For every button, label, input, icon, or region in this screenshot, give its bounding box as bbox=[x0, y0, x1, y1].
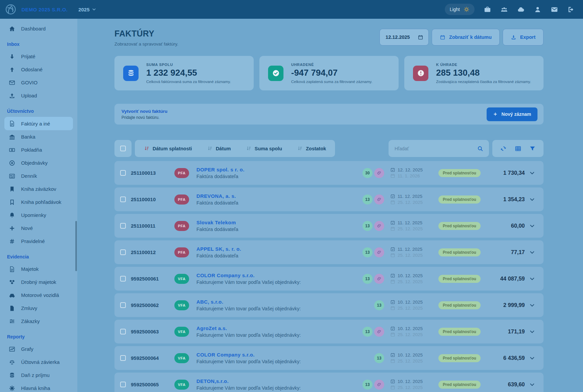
invoice-description: Faktúra dodávateľa bbox=[196, 174, 360, 179]
sidebar-item-motorove-vozidla[interactable]: Motorové vozidlá bbox=[0, 289, 77, 302]
date-input[interactable] bbox=[385, 34, 414, 40]
expand-row-button[interactable] bbox=[525, 250, 539, 255]
company-link[interactable]: Slovak Telekom bbox=[196, 220, 236, 225]
company-link[interactable]: DOPER spol. s r. o. bbox=[196, 167, 244, 172]
expand-row-button[interactable] bbox=[525, 223, 539, 229]
invoice-row[interactable]: 251100010 PFA DREVONA, a. s. Faktúra dod… bbox=[114, 187, 544, 211]
sidebar-scrollbar[interactable] bbox=[75, 221, 77, 271]
row-checkbox[interactable] bbox=[120, 223, 126, 229]
sidebar-item-objednavky[interactable]: Objednávky bbox=[0, 156, 77, 169]
paperclip-icon[interactable] bbox=[374, 380, 384, 390]
sidebar-item-pokladna[interactable]: Pokladňa bbox=[0, 143, 77, 156]
sort-datum-splatnosti[interactable]: Dátum splatnosti bbox=[144, 146, 192, 151]
users-icon[interactable] bbox=[500, 6, 508, 13]
sidebar-item-nove[interactable]: Nové bbox=[0, 222, 77, 235]
expand-row-button[interactable] bbox=[525, 329, 539, 334]
sort-datum[interactable]: Dátum bbox=[207, 146, 231, 151]
invoice-row[interactable]: 9592500065 VFA DETON,s.r.o. Fakturujeme … bbox=[114, 373, 544, 392]
paperclip-icon[interactable] bbox=[374, 194, 384, 205]
sidebar-item-dan-z-prijmu[interactable]: Daň z príjmu bbox=[0, 369, 77, 382]
sidebar-item-upomienky[interactable]: Upomienky bbox=[0, 209, 77, 222]
invoice-amount: 1 730,34 bbox=[488, 170, 525, 176]
sidebar-item-dashboard[interactable]: Dashboard bbox=[0, 22, 77, 35]
row-checkbox[interactable] bbox=[120, 329, 126, 334]
invoice-row[interactable]: 9592500061 VFA COLOR Company s.r.o. Fakt… bbox=[114, 267, 544, 291]
year-selector[interactable]: 2025 bbox=[78, 7, 96, 12]
gear-icon bbox=[9, 385, 15, 392]
theme-toggle[interactable]: Light bbox=[445, 4, 475, 15]
sidebar-item-zakazky[interactable]: Zákazky bbox=[0, 315, 77, 328]
sidebar-item-faktury-a-ine[interactable]: Faktúry a iné bbox=[4, 117, 73, 130]
row-checkbox[interactable] bbox=[120, 355, 126, 361]
sidebar-item-majetok[interactable]: Majetok bbox=[0, 262, 77, 276]
company-link[interactable]: COLOR Company s.r.o. bbox=[196, 352, 255, 358]
sign-out-icon[interactable] bbox=[567, 6, 575, 13]
new-record-button[interactable]: Nový záznam bbox=[487, 107, 537, 121]
expand-row-button[interactable] bbox=[525, 276, 539, 282]
sidebar-item-prijate[interactable]: Prijaté bbox=[0, 50, 77, 63]
summary-card-suma-spolu: SUMA SPOLU 1 232 924,55 Celková faktúrov… bbox=[114, 56, 254, 90]
show-by-date-button[interactable]: Zobraziť k dátumu bbox=[432, 29, 500, 46]
sidebar-item-banka[interactable]: Banka bbox=[0, 130, 77, 143]
row-checkbox[interactable] bbox=[120, 249, 126, 255]
row-checkbox[interactable] bbox=[120, 197, 126, 202]
cloud-icon[interactable] bbox=[517, 6, 525, 13]
expand-row-button[interactable] bbox=[525, 170, 539, 176]
expand-row-button[interactable] bbox=[525, 382, 539, 387]
sidebar-item-kniha-pohladavok[interactable]: Kniha pohľadávok bbox=[0, 195, 77, 209]
sort-suma-spolu[interactable]: Suma spolu bbox=[246, 146, 282, 151]
company-link[interactable]: DREVONA, a. s. bbox=[196, 193, 236, 199]
company-link[interactable]: AgroZet a.s. bbox=[196, 325, 227, 331]
refresh-icon[interactable] bbox=[500, 145, 507, 152]
mail-icon[interactable] bbox=[551, 6, 558, 13]
sidebar-item-uctovna-zavierka[interactable]: Účtovná závierka bbox=[0, 356, 77, 369]
arrow-up-icon bbox=[9, 66, 15, 73]
invoice-row[interactable]: 251100011 PFA Slovak Telekom Faktúra dod… bbox=[114, 214, 544, 238]
sidebar-item-grafy[interactable]: Grafy bbox=[0, 342, 77, 356]
chevron-down-icon bbox=[92, 7, 96, 11]
table-grid-icon[interactable] bbox=[515, 145, 521, 152]
paperclip-icon[interactable] bbox=[374, 168, 384, 178]
user-icon[interactable] bbox=[534, 6, 542, 13]
paperclip-icon[interactable] bbox=[374, 221, 384, 231]
search-icon[interactable] bbox=[477, 145, 484, 152]
invoice-row[interactable]: 9592500064 VFA COLOR Company s.r.o. Fakt… bbox=[114, 346, 544, 370]
sidebar-item-upload[interactable]: Upload bbox=[0, 89, 77, 102]
sort-zostatok[interactable]: Zostatok bbox=[297, 146, 326, 151]
sidebar-item-zmluvy[interactable]: Zmluvy bbox=[0, 302, 77, 315]
search-input[interactable] bbox=[394, 146, 474, 152]
export-button[interactable]: Export bbox=[503, 29, 544, 46]
company-link[interactable]: COLOR Company s.r.o. bbox=[196, 272, 255, 278]
row-checkbox[interactable] bbox=[120, 302, 126, 308]
sidebar-item-govio[interactable]: GOVIO bbox=[0, 76, 77, 89]
invoice-row[interactable]: 9592500062 VFA ABC, s.r.o. Fakturujeme V… bbox=[114, 293, 544, 317]
expand-row-button[interactable] bbox=[525, 197, 539, 202]
sidebar-item-drobny-majetok[interactable]: Drobný majetok bbox=[0, 276, 77, 289]
expand-row-button[interactable] bbox=[525, 303, 539, 308]
sidebar-item-odoslane[interactable]: Odoslané bbox=[0, 63, 77, 76]
sidebar-item-label: Nové bbox=[21, 225, 33, 231]
row-checkbox[interactable] bbox=[120, 170, 126, 176]
select-all-checkbox[interactable] bbox=[120, 146, 126, 151]
sidebar-item-hlavna-kniha[interactable]: Hlavná kniha bbox=[0, 382, 77, 392]
sidebar-item-kniha-zavazkov[interactable]: Kniha záväzkov bbox=[0, 182, 77, 195]
company-link[interactable]: DETON,s.r.o. bbox=[196, 378, 229, 384]
date-picker[interactable] bbox=[380, 29, 429, 46]
company-link[interactable]: APPEL SK, s. r. o. bbox=[196, 246, 241, 252]
company-link[interactable]: ABC, s.r.o. bbox=[196, 299, 223, 305]
invoice-amount: 60,00 bbox=[488, 223, 525, 229]
sidebar-item-pravidelne[interactable]: Pravidelné bbox=[0, 235, 77, 248]
expand-row-button[interactable] bbox=[525, 356, 539, 361]
paperclip-icon[interactable] bbox=[374, 327, 384, 337]
calendar-icon[interactable] bbox=[418, 34, 423, 40]
sidebar-item-dennik[interactable]: Denník bbox=[0, 169, 77, 182]
filter-icon[interactable] bbox=[529, 145, 536, 152]
paperclip-icon[interactable] bbox=[374, 247, 384, 257]
row-checkbox[interactable] bbox=[120, 382, 126, 387]
briefcase-icon[interactable] bbox=[484, 6, 491, 13]
invoice-row[interactable]: 251100013 PFA DOPER spol. s r. o. Faktúr… bbox=[114, 161, 544, 185]
row-checkbox[interactable] bbox=[120, 276, 126, 282]
invoice-row[interactable]: 251100012 PFA APPEL SK, s. r. o. Faktúra… bbox=[114, 240, 544, 264]
invoice-row[interactable]: 9592500063 VFA AgroZet a.s. Fakturujeme … bbox=[114, 320, 544, 343]
paperclip-icon[interactable] bbox=[374, 274, 384, 284]
